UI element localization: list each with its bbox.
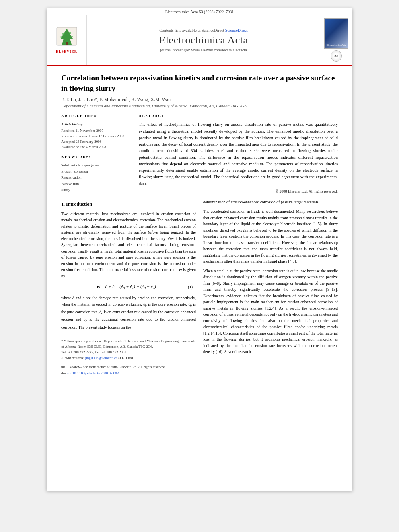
footnote-tel: Tel.: +1 780 492 2232; fax: +1 780 492 2… [61, 350, 196, 355]
keyword-3: Repassivation [61, 175, 132, 181]
intro-para-3: determination of erosion-enhanced corros… [203, 199, 338, 205]
elsevier-logo: ELSEVIER [55, 27, 79, 53]
keyword-5: Slurry [61, 187, 132, 193]
intro-para-5: When a steel is at the passive state, co… [203, 268, 338, 355]
svg-point-5 [60, 36, 62, 38]
and-word: and [75, 317, 81, 322]
article-info-abstract-section: ARTICLE INFO Article history: Received 1… [61, 114, 338, 193]
contents-available-line: Contents lists available at ScienceDirec… [159, 28, 248, 33]
section-1-title: 1. Introduction [61, 201, 196, 208]
sciencedirect-link[interactable]: ScienceDirect [225, 28, 248, 33]
article-history: Article history: Received 11 November 20… [61, 121, 132, 150]
keyword-2: Erosion–corrosion [61, 168, 132, 175]
footnote-area: * * Corresponding author at: Department … [61, 336, 196, 376]
journal-cover-area: Electrochimica Acta ISE [320, 15, 352, 65]
copyright-line: © 2008 Elsevier Ltd. All rights reserved… [139, 189, 338, 193]
abstract-text: The effect of hydrodynamics of flowing s… [139, 121, 338, 187]
article-body: Correlation between repassivation kineti… [47, 66, 352, 384]
intro-para-4: The accelerated corrosion in fluids is w… [203, 208, 338, 265]
revised-date: Received in revised form 17 February 200… [61, 134, 132, 139]
received-date: Received 11 November 2007 [61, 128, 132, 134]
keywords-heading: Keywords: [61, 155, 132, 160]
body-columns: 1. Introduction Two different material l… [61, 199, 338, 376]
body-col-right: determination of erosion-enhanced corros… [203, 199, 338, 376]
article-info-column: ARTICLE INFO Article history: Received 1… [61, 114, 132, 193]
article-history-label: Article history: [61, 121, 132, 127]
ise-badge: ISE [331, 50, 342, 62]
abstract-heading: ABSTRACT [139, 114, 338, 119]
article-title: Correlation between repassivation kineti… [61, 73, 338, 93]
journal-homepage: journal homepage: www.elsevier.com/locat… [160, 48, 247, 52]
page: Electrochimica Acta 53 (2008) 7022–7031 [47, 8, 352, 491]
svg-point-3 [62, 33, 65, 35]
article-affiliation: Department of Chemical and Materials Eng… [61, 104, 338, 108]
cover-journal-name: Electrochimica Acta [327, 44, 346, 47]
abstract-column: ABSTRACT The effect of hydrodynamics of … [139, 114, 338, 193]
footnote-email: E-mail address: jingli.luo@ualberta.ca (… [61, 355, 196, 361]
journal-header: ELSEVIER Contents lists available at Sci… [47, 15, 352, 66]
keywords-list: Solid particle impingement Erosion–corro… [61, 162, 132, 193]
article-info-box: ARTICLE INFO Article history: Received 1… [61, 114, 132, 150]
journal-title-area: Contents lists available at ScienceDirec… [87, 15, 320, 65]
intro-para-2: where ė and ċ are the damage rate caused… [61, 295, 196, 330]
svg-rect-2 [66, 42, 68, 45]
intro-para-1: Two different material loss mechanisms a… [61, 211, 196, 279]
svg-point-6 [72, 36, 73, 37]
elsevier-wordmark: ELSEVIER [56, 49, 78, 53]
elsevier-logo-area: ELSEVIER [47, 15, 87, 65]
footer-doi: doi:doi:10.1016/j.electacta.2008.02.083 [61, 371, 196, 376]
svg-point-4 [69, 32, 71, 34]
equation-1-block: ẇ = ė + ċ = (ė0 + ėc) + (ċ0 + ċe) (1) [61, 283, 196, 291]
keyword-1: Solid particle impingement [61, 162, 132, 168]
article-info-heading: ARTICLE INFO [61, 114, 132, 119]
journal-title: Electrochimica Acta [159, 34, 248, 46]
equation-1-text: ẇ = ė + ċ = (ė0 + ėc) + (ċ0 + ċe) [97, 284, 156, 289]
elsevier-tree-icon [55, 27, 79, 49]
article-authors: B.T. Lu, J.L. Luo*, F. Mohammadi, K. Wan… [61, 97, 338, 103]
body-col-left: 1. Introduction Two different material l… [61, 199, 196, 376]
equation-1-number: (1) [188, 284, 193, 290]
accepted-date: Accepted 24 February 2008 [61, 139, 132, 145]
keyword-4: Passive film [61, 181, 132, 187]
journal-cover-thumbnail: Electrochimica Acta [324, 18, 348, 49]
journal-issue-info: Electrochimica Acta 53 (2008) 7022–7031 [165, 10, 234, 14]
footer-issn: 0013-4686/$ – see front matter © 2008 El… [61, 364, 196, 370]
available-date: Available online 4 March 2008 [61, 144, 132, 150]
footnote-star-text: * * Corresponding author at: Department … [61, 339, 196, 350]
keywords-section: Keywords: Solid particle impingement Ero… [61, 155, 132, 193]
journal-top-bar: Electrochimica Acta 53 (2008) 7022–7031 [47, 8, 352, 15]
